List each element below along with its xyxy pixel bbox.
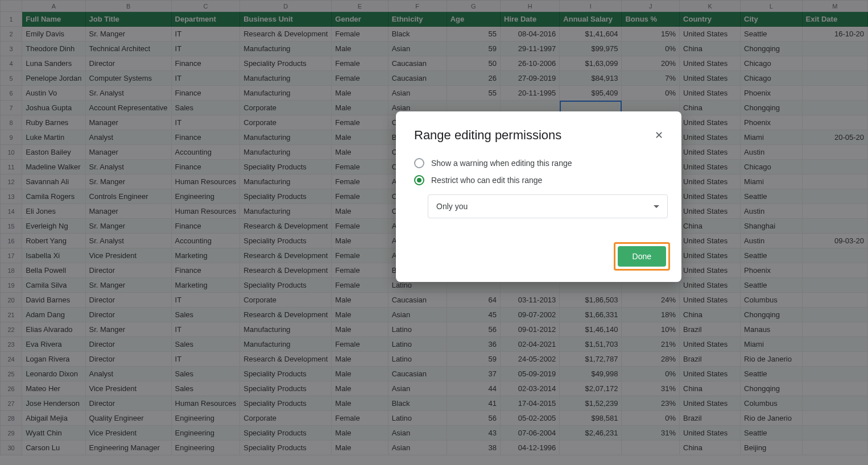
close-icon[interactable]: ✕ — [650, 126, 668, 144]
done-button[interactable]: Done — [618, 246, 666, 267]
restrict-select[interactable]: Only you — [428, 194, 668, 218]
chevron-down-icon — [654, 205, 659, 208]
done-highlight: Done — [614, 242, 670, 271]
radio-unchecked-icon — [414, 158, 424, 168]
select-value: Only you — [436, 202, 468, 211]
option-restrict-label: Restrict who can edit this range — [431, 176, 542, 185]
range-permissions-dialog: Range editing permissions ✕ Show a warni… — [396, 111, 681, 282]
option-warn-label: Show a warning when editing this range — [431, 159, 572, 168]
option-show-warning[interactable]: Show a warning when editing this range — [396, 155, 681, 172]
option-restrict[interactable]: Restrict who can edit this range — [396, 172, 681, 189]
dialog-title: Range editing permissions — [414, 128, 561, 143]
radio-checked-icon — [414, 175, 424, 185]
